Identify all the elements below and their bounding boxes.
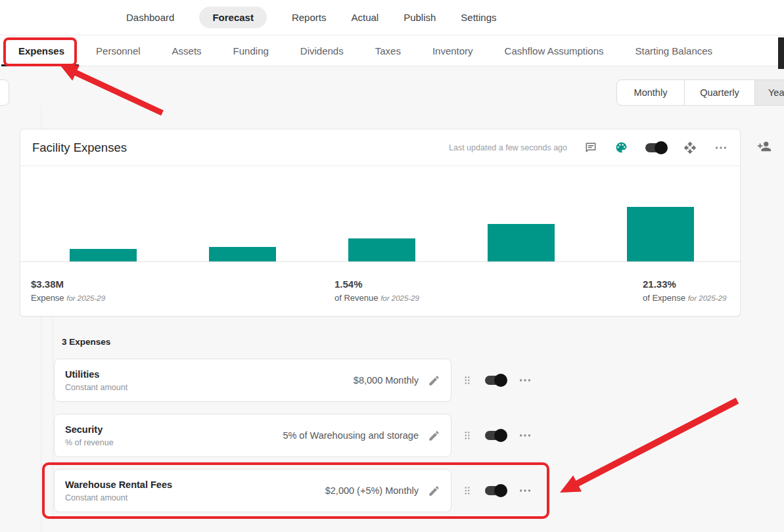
expense-value: $8,000 Monthly: [354, 375, 419, 386]
tab-personnel[interactable]: Personnel: [96, 45, 141, 56]
edit-pencil-icon[interactable]: [428, 374, 440, 387]
expense-method: Constant amount: [65, 383, 127, 392]
stat-value: 21.33%: [643, 278, 727, 290]
expense-enable-toggle[interactable]: [485, 431, 506, 440]
comment-icon[interactable]: [584, 141, 597, 154]
expense-enable-toggle[interactable]: [485, 486, 506, 495]
module-tabs: Expenses Personnel Assets Funding Divide…: [0, 35, 784, 66]
tab-taxes[interactable]: Taxes: [375, 45, 401, 56]
toggle-knob: [494, 374, 507, 387]
card-title: Facility Expenses: [32, 141, 127, 155]
tab-funding[interactable]: Funding: [233, 45, 269, 56]
clipped-left-panel: [0, 79, 9, 106]
stat-value: $3.38M: [31, 278, 105, 290]
bar-2025: [70, 249, 137, 261]
expense-count-label: 3 Expenses: [62, 337, 110, 347]
more-icon[interactable]: [518, 483, 532, 498]
bar-2027: [348, 238, 415, 261]
edit-pencil-icon[interactable]: [428, 485, 440, 497]
palette-icon[interactable]: [614, 141, 628, 154]
facility-expenses-card: Facility Expenses Last updated a few sec…: [20, 129, 741, 317]
expense-row-warehouse-rental-fees[interactable]: Warehouse Rental Fees Constant amount $2…: [54, 469, 451, 512]
top-nav: Dashboard Forecast Reports Actual Publis…: [0, 0, 784, 35]
expense-enable-toggle[interactable]: [485, 376, 506, 385]
more-icon[interactable]: [518, 373, 532, 388]
expense-value: 5% of Warehousing and storage: [283, 430, 419, 441]
move-icon[interactable]: [683, 141, 697, 154]
bar-2029: [627, 207, 694, 261]
stat-period: for 2025-29: [66, 294, 105, 302]
expense-value: $2,000 (+5%) Monthly: [325, 485, 419, 496]
toggle-knob: [494, 484, 507, 497]
card-visibility-toggle[interactable]: [645, 143, 666, 152]
row-controls: [461, 359, 553, 402]
tab-expenses[interactable]: Expenses: [18, 45, 64, 56]
scrollbar-thumb[interactable]: [778, 37, 784, 69]
stat-label: of Revenue: [334, 293, 379, 303]
stat-of-revenue: 1.54% of Revenue for 2025-29: [334, 278, 419, 303]
period-quarterly-button[interactable]: Quarterly: [684, 80, 755, 105]
expense-name: Utilities: [65, 369, 127, 380]
drag-handle-icon[interactable]: [461, 485, 473, 497]
tab-starting-balances[interactable]: Starting Balances: [635, 45, 713, 56]
drag-handle-icon[interactable]: [461, 430, 473, 441]
stat-period: for 2025-29: [380, 294, 419, 302]
stat-expense: $3.38M Expense for 2025-29: [31, 278, 105, 303]
nav-item-reports[interactable]: Reports: [292, 12, 327, 23]
more-icon[interactable]: [518, 428, 532, 443]
toggle-knob: [655, 141, 668, 154]
tab-cashflow-assumptions[interactable]: Cashflow Assumptions: [505, 45, 604, 56]
period-toggle: Monthly Quarterly Yearly: [616, 79, 784, 106]
stat-label: of Expense: [643, 293, 685, 303]
nav-item-forecast[interactable]: Forecast: [199, 7, 267, 28]
expense-name: Security: [65, 424, 114, 435]
tab-inventory[interactable]: Inventory: [432, 45, 473, 56]
app-root: Dashboard Forecast Reports Actual Publis…: [0, 0, 784, 532]
expense-name: Warehouse Rental Fees: [65, 479, 172, 490]
tab-assets[interactable]: Assets: [172, 45, 202, 56]
expense-method: % of revenue: [65, 438, 114, 447]
bar-chart: [20, 166, 740, 262]
tab-dividends[interactable]: Dividends: [300, 45, 344, 56]
drag-handle-icon[interactable]: [461, 374, 473, 386]
row-controls: [461, 414, 553, 457]
period-yearly-button[interactable]: Yearly: [755, 80, 784, 105]
nav-item-dashboard[interactable]: Dashboard: [126, 12, 174, 23]
nav-item-publish[interactable]: Publish: [404, 12, 436, 23]
bar-2028: [488, 224, 555, 261]
nav-item-settings[interactable]: Settings: [461, 12, 496, 23]
edit-pencil-icon[interactable]: [428, 430, 440, 442]
stat-of-expense: 21.33% of Expense for 2025-29: [643, 278, 727, 303]
expense-method: Constant amount: [65, 493, 172, 502]
person-add-icon[interactable]: [757, 139, 772, 154]
row-controls: [461, 469, 553, 512]
more-icon[interactable]: [714, 141, 728, 155]
card-header: Facility Expenses Last updated a few sec…: [20, 129, 740, 166]
last-updated-text: Last updated a few seconds ago: [449, 143, 567, 152]
toggle-knob: [494, 429, 507, 442]
stat-period: for 2025-29: [688, 294, 727, 302]
expense-row-utilities[interactable]: Utilities Constant amount $8,000 Monthly: [54, 359, 451, 402]
stat-value: 1.54%: [334, 278, 419, 290]
nav-item-actual[interactable]: Actual: [351, 12, 379, 23]
stat-label: Expense: [31, 293, 64, 303]
bar-2026: [209, 247, 276, 261]
period-monthly-button[interactable]: Monthly: [617, 80, 684, 105]
expense-row-security[interactable]: Security % of revenue 5% of Warehousing …: [54, 414, 451, 457]
